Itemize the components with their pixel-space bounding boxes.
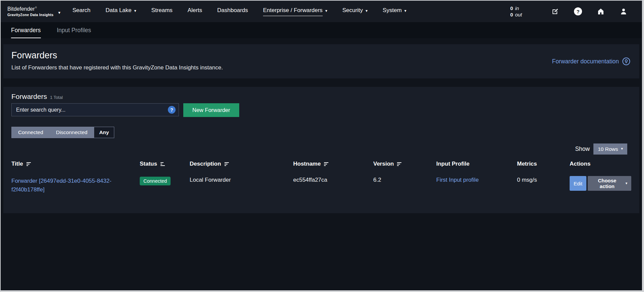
chevron-down-icon: ▾ <box>621 147 623 151</box>
chevron-down-icon: ▾ <box>404 8 406 13</box>
help-icon[interactable]: ? <box>574 7 582 16</box>
documentation-icon <box>622 57 631 66</box>
total-count-badge: 1 Total <box>50 95 63 100</box>
show-label: Show <box>575 145 590 153</box>
search-wrapper: ? <box>11 103 179 117</box>
tab-input-profiles[interactable]: Input Profiles <box>57 22 91 38</box>
status-badge-connected: Connected <box>140 177 171 185</box>
cell-actions: Edit Choose action ▾ <box>570 176 631 191</box>
column-header-hostname[interactable]: Hostname <box>293 161 373 167</box>
brand-name: Bitdefender® <box>7 6 54 12</box>
sort-icon <box>324 162 329 166</box>
nav-item-data-lake[interactable]: Data Lake▾ <box>106 7 136 16</box>
search-input[interactable] <box>11 103 179 116</box>
brand-logo[interactable]: Bitdefender® GravityZone Data Insights <box>7 6 54 17</box>
page-title: Forwarders <box>11 50 223 61</box>
throughput-indicator: 0 in 0 out <box>510 5 522 17</box>
sub-tabbar: Forwarders Input Profiles <box>1 22 642 38</box>
tab-forwarders[interactable]: Forwarders <box>11 22 41 38</box>
new-forwarder-button[interactable]: New Forwarder <box>183 103 239 117</box>
navbar-icon-group: ? <box>551 7 628 16</box>
page-header: Forwarders List of Forwarders that have … <box>3 44 639 78</box>
nav-item-enterprise-forwarders[interactable]: Enterprise / Forwarders▾ <box>263 7 327 16</box>
forwarders-panel: Forwarders 1 Total ? New Forwarder Conne… <box>3 87 639 213</box>
throughput-out-unit: out <box>515 12 522 17</box>
user-icon[interactable] <box>619 7 628 16</box>
registered-mark: ® <box>35 6 37 9</box>
nav-item-dashboards[interactable]: Dashboards <box>217 7 248 16</box>
search-help-icon[interactable]: ? <box>168 106 176 114</box>
nav-item-security[interactable]: Security▾ <box>342 7 368 16</box>
column-header-version[interactable]: Version <box>373 161 436 167</box>
throughput-out-value: 0 <box>510 12 513 17</box>
nav-item-search[interactable]: Search <box>72 7 90 16</box>
edit-button[interactable]: Edit <box>570 176 586 191</box>
compose-icon[interactable] <box>551 7 560 16</box>
sort-icon <box>160 162 166 166</box>
cell-metrics: 0 msg/s <box>517 176 570 183</box>
nav-item-system[interactable]: System▾ <box>383 7 406 16</box>
cell-status: Connected <box>140 176 190 185</box>
chevron-down-icon: ▾ <box>325 8 327 13</box>
navbar-right: 0 in 0 out ? <box>510 5 635 17</box>
column-header-description[interactable]: Description <box>190 161 293 167</box>
app-window: Bitdefender® GravityZone Data Insights ▾… <box>0 0 644 292</box>
brand-subtitle: GravityZone Data Insights <box>7 13 54 17</box>
cell-version: 6.2 <box>373 176 436 183</box>
chevron-down-icon: ▾ <box>134 8 136 13</box>
main-nav: Search Data Lake▾ Streams Alerts Dashboa… <box>72 7 406 16</box>
section-title: Forwarders <box>11 93 47 101</box>
cell-description: Local Forwarder <box>190 176 293 183</box>
input-profile-link[interactable]: First Input profile <box>436 177 479 183</box>
home-icon[interactable] <box>596 7 605 16</box>
chevron-down-icon: ▾ <box>626 181 627 185</box>
sort-icon <box>224 162 230 166</box>
cell-hostname: ec554ffa27ca <box>293 176 373 183</box>
cell-input-profile: First Input profile <box>436 176 517 183</box>
forwarder-documentation-link[interactable]: Forwarder documentation <box>552 52 631 71</box>
column-header-status[interactable]: Status <box>140 161 190 167</box>
chevron-down-icon: ▾ <box>366 8 368 13</box>
column-header-metrics: Metrics <box>517 161 570 167</box>
column-header-input-profile: Input Profile <box>436 161 517 167</box>
table-header-row: Title Status Description Hostname Versio… <box>11 161 631 167</box>
page-subtitle: List of Forwarders that have registered … <box>11 64 223 71</box>
section-head: Forwarders 1 Total <box>11 93 631 101</box>
forwarder-title-link[interactable]: Forwarder [26497edd-31e0-4055-8432-f2f40… <box>11 177 124 194</box>
rows-per-page-dropdown[interactable]: 10 Rows ▾ <box>593 143 627 155</box>
throughput-in-value: 0 <box>510 5 513 11</box>
search-row: ? New Forwarder <box>11 103 631 117</box>
cell-title: Forwarder [26497edd-31e0-4055-8432-f2f40… <box>11 176 140 194</box>
column-header-actions: Actions <box>570 161 631 167</box>
status-filter-segmented-control: Connected Disconnected Any <box>11 127 114 138</box>
column-header-title[interactable]: Title <box>11 161 140 167</box>
top-navbar: Bitdefender® GravityZone Data Insights ▾… <box>1 1 642 22</box>
page-header-text: Forwarders List of Forwarders that have … <box>11 50 223 71</box>
filter-connected-button[interactable]: Connected <box>12 127 50 138</box>
filter-any-button[interactable]: Any <box>94 127 114 138</box>
throughput-in-unit: in <box>515 5 522 11</box>
sort-icon <box>26 162 31 166</box>
table-row: Forwarder [26497edd-31e0-4055-8432-f2f40… <box>11 176 631 194</box>
brand-chevron-down-icon[interactable]: ▾ <box>58 10 61 15</box>
filter-disconnected-button[interactable]: Disconnected <box>50 127 94 138</box>
nav-item-alerts[interactable]: Alerts <box>188 7 202 16</box>
choose-action-dropdown[interactable]: Choose action ▾ <box>588 176 631 191</box>
nav-item-streams[interactable]: Streams <box>151 7 173 16</box>
sort-icon <box>397 162 402 166</box>
pagination-controls: Show 10 Rows ▾ <box>11 143 631 155</box>
